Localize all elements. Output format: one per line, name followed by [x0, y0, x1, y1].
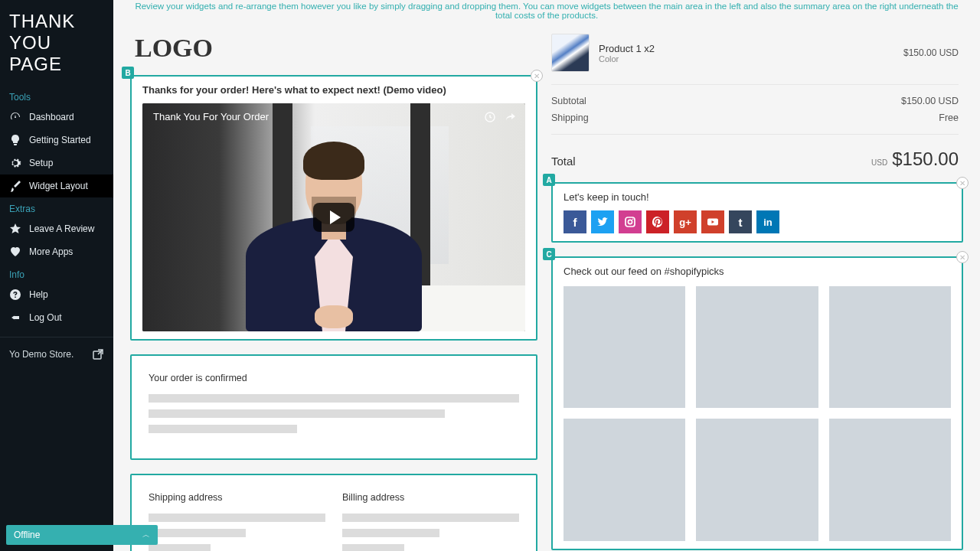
skeleton-bar — [149, 425, 297, 433]
widget-tag: A — [543, 174, 555, 186]
feed-title: Check out our feed on #shopifypicks — [564, 266, 951, 277]
nav-label: Setup — [29, 158, 53, 168]
brand-title: THANK YOU PAGE — [0, 6, 113, 86]
gear-icon — [9, 157, 21, 169]
total-currency: USD — [871, 158, 887, 167]
skeleton-bar — [342, 529, 439, 537]
star-icon — [9, 223, 21, 235]
logout-icon — [9, 311, 21, 324]
store-link[interactable]: Yo Demo Store. — [0, 337, 113, 371]
skeleton-bar — [149, 409, 445, 418]
instagram-icon[interactable] — [619, 210, 642, 233]
svg-rect-2 — [626, 217, 635, 227]
total-amount: $150.00 — [892, 148, 959, 169]
skeleton-bar — [149, 514, 325, 522]
nav-label: Log Out — [29, 312, 62, 323]
sidebar-item-dashboard[interactable]: Dashboard — [0, 106, 113, 129]
subtotal-label: Subtotal — [551, 96, 586, 106]
tumblr-icon[interactable]: t — [729, 210, 752, 233]
sidebar-item-setup[interactable]: Setup — [0, 152, 113, 174]
video-title: Thank You For Your Order — [153, 111, 269, 122]
widget-tag: B — [122, 67, 134, 79]
product-variant: Color — [599, 54, 655, 64]
subtotal-value: $150.00 USD — [901, 96, 959, 106]
feed-tile[interactable] — [564, 419, 685, 540]
nav-label: Getting Started — [29, 135, 91, 145]
feed-tile[interactable] — [829, 419, 951, 540]
shipping-label: Shipping — [551, 112, 589, 123]
feed-tile[interactable] — [696, 419, 818, 540]
sidebar-item-more-apps[interactable]: More Apps — [0, 240, 113, 263]
order-summary: Product 1 x2 Color $150.00 USD Subtotal$… — [551, 26, 963, 182]
help-text: Review your widgets and re-arrange them … — [130, 0, 963, 26]
sidebar-item-logout[interactable]: Log Out — [0, 306, 113, 329]
sidebar-item-getting-started[interactable]: Getting Started — [0, 129, 113, 152]
main-canvas: Review your widgets and re-arrange them … — [113, 0, 980, 551]
nav-label: Dashboard — [29, 112, 74, 122]
nav-label: More Apps — [29, 246, 73, 257]
store-name: Yo Demo Store. — [9, 349, 74, 360]
order-confirmed-widget[interactable]: Your order is confirmed — [130, 354, 537, 460]
youtube-icon[interactable] — [701, 210, 724, 233]
feed-widget[interactable]: C ✕ Check out our feed on #shopifypicks — [551, 256, 963, 550]
chevron-up-icon: ︿ — [142, 530, 150, 540]
product-price: $150.00 USD — [903, 47, 959, 58]
shipping-value: Free — [939, 112, 959, 123]
divider — [551, 84, 959, 85]
section-tools: Tools — [0, 86, 113, 106]
product-thumb — [551, 34, 590, 72]
social-title: Let's keep in touch! — [564, 191, 951, 203]
feed-tile[interactable] — [696, 286, 818, 408]
widget-close-button[interactable]: ✕ — [956, 177, 969, 189]
skeleton-bar — [149, 544, 211, 551]
feed-grid — [564, 286, 951, 541]
svg-point-4 — [632, 219, 634, 220]
skeleton-bar — [149, 394, 519, 403]
linkedin-icon[interactable]: in — [756, 210, 779, 233]
nav-label: Leave A Review — [29, 223, 94, 234]
billing-address-title: Billing address — [342, 492, 519, 503]
pinterest-icon[interactable] — [646, 210, 669, 233]
total-label: Total — [551, 155, 576, 168]
video-player[interactable]: Thank You For Your Order — [142, 103, 525, 331]
sidebar-item-review[interactable]: Leave A Review — [0, 217, 113, 240]
external-link-icon — [92, 348, 104, 360]
feed-tile[interactable] — [564, 286, 685, 408]
addresses-widget[interactable]: Shipping address pping method Billing ad… — [130, 474, 537, 551]
facebook-icon[interactable]: f — [564, 210, 586, 233]
widget-close-button[interactable]: ✕ — [531, 70, 543, 82]
section-extras: Extras — [0, 197, 113, 217]
section-info: Info — [0, 263, 113, 283]
product-name: Product 1 x2 — [599, 43, 655, 54]
gauge-icon — [9, 111, 21, 123]
sidebar-item-widget-layout[interactable]: Widget Layout — [0, 174, 113, 197]
nav-label: Widget Layout — [29, 181, 88, 191]
video-top-icons — [484, 111, 516, 123]
page-logo: LOGO — [130, 26, 537, 75]
confirm-title: Your order is confirmed — [149, 373, 519, 383]
sidebar: THANK YOU PAGE Tools Dashboard Getting S… — [0, 0, 113, 551]
brush-icon — [9, 180, 21, 192]
skeleton-bar — [149, 529, 246, 537]
widget-close-button[interactable]: ✕ — [956, 251, 969, 263]
googleplus-icon[interactable]: g+ — [674, 210, 697, 233]
bulb-icon — [9, 134, 21, 146]
play-button[interactable] — [313, 203, 354, 232]
help-icon — [9, 289, 21, 301]
shipping-address-title: Shipping address — [149, 492, 325, 503]
svg-point-3 — [628, 220, 632, 223]
widget-tag: C — [543, 248, 555, 260]
skeleton-bar — [342, 514, 519, 522]
heart-icon — [9, 246, 21, 258]
social-widget[interactable]: A ✕ Let's keep in touch! f g+ t in — [551, 182, 963, 243]
sidebar-item-help[interactable]: Help — [0, 283, 113, 306]
video-widget-title: Thanks for your order! Here's what to ex… — [142, 84, 525, 96]
feed-tile[interactable] — [829, 286, 951, 408]
offline-label: Offline — [14, 530, 40, 540]
watch-later-icon[interactable] — [484, 111, 496, 123]
skeleton-bar — [342, 544, 404, 551]
share-icon[interactable] — [504, 111, 516, 123]
twitter-icon[interactable] — [591, 210, 614, 233]
video-widget[interactable]: B ✕ Thanks for your order! Here's what t… — [130, 75, 537, 341]
offline-banner[interactable]: Offline ︿ — [6, 525, 158, 545]
